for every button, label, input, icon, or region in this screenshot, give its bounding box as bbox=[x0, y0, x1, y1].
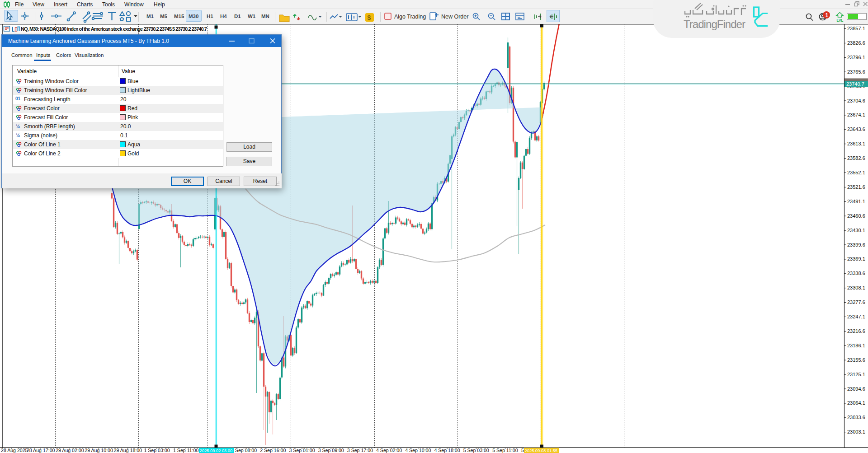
svg-text:23125.1: 23125.1 bbox=[847, 372, 865, 377]
svg-text:2 Sep 16:00: 2 Sep 16:00 bbox=[260, 448, 286, 453]
svg-text:H1: H1 bbox=[207, 14, 213, 19]
svg-text:23765.6: 23765.6 bbox=[847, 69, 865, 75]
svg-text:3 Sep 09:00: 3 Sep 09:00 bbox=[318, 448, 344, 453]
svg-text:23521.6: 23521.6 bbox=[847, 184, 865, 190]
svg-text:New Order: New Order bbox=[441, 14, 468, 20]
svg-text:29 Aug 18:00: 29 Aug 18:00 bbox=[114, 448, 142, 453]
svg-text:23857.1: 23857.1 bbox=[847, 26, 865, 31]
svg-text:23552.1: 23552.1 bbox=[847, 170, 865, 175]
svg-text:23033.6: 23033.6 bbox=[847, 415, 865, 420]
svg-text:23613.1: 23613.1 bbox=[847, 141, 865, 146]
svg-text:5 Sep 03:00: 5 Sep 03:00 bbox=[463, 448, 489, 453]
svg-text:23430.1: 23430.1 bbox=[847, 228, 865, 233]
svg-text:23003.1: 23003.1 bbox=[847, 429, 865, 434]
svg-text:2025.09.08 01:55: 2025.09.08 01:55 bbox=[525, 448, 557, 453]
svg-text:NQ, M30: NASDAQ100 index of t: NQ, M30: NASDAQ100 index of the American… bbox=[21, 26, 207, 32]
svg-text:Algo Trading: Algo Trading bbox=[394, 14, 426, 20]
svg-text:23643.6: 23643.6 bbox=[847, 126, 865, 132]
svg-text:23064.1: 23064.1 bbox=[847, 400, 865, 406]
svg-text:23460.6: 23460.6 bbox=[847, 213, 865, 219]
svg-text:23155.6: 23155.6 bbox=[847, 357, 865, 363]
svg-text:23186.1: 23186.1 bbox=[847, 343, 865, 348]
svg-text:23740.7: 23740.7 bbox=[846, 81, 864, 87]
svg-text:23704.6: 23704.6 bbox=[847, 98, 865, 103]
svg-text:1 Sep 11:00: 1 Sep 11:00 bbox=[173, 448, 198, 453]
svg-text:D1: D1 bbox=[234, 14, 241, 19]
svg-text:23491.1: 23491.1 bbox=[847, 199, 865, 204]
svg-text:M5: M5 bbox=[160, 14, 168, 19]
svg-text:MN: MN bbox=[261, 14, 269, 19]
svg-text:23277.6: 23277.6 bbox=[847, 299, 865, 305]
svg-text:5 Sep 11:00: 5 Sep 11:00 bbox=[492, 448, 518, 453]
svg-text:M30: M30 bbox=[189, 14, 198, 19]
svg-text:23796.1: 23796.1 bbox=[847, 55, 865, 60]
svg-text:1 Sep 03:00: 1 Sep 03:00 bbox=[144, 448, 170, 453]
svg-text:28 Aug 17:00: 28 Aug 17:00 bbox=[27, 448, 55, 453]
svg-text:23582.6: 23582.6 bbox=[847, 155, 865, 161]
svg-text:$: $ bbox=[368, 14, 371, 21]
svg-text:M15: M15 bbox=[174, 14, 184, 19]
svg-text:3 Sep 17:00: 3 Sep 17:00 bbox=[347, 448, 373, 453]
svg-text:23308.1: 23308.1 bbox=[847, 285, 865, 290]
svg-text:TradingFinder: TradingFinder bbox=[684, 18, 745, 30]
svg-text:23247.1: 23247.1 bbox=[847, 314, 865, 319]
svg-text:23399.6: 23399.6 bbox=[847, 242, 865, 248]
svg-text:2025.09.02 03:00: 2025.09.02 03:00 bbox=[200, 448, 232, 453]
svg-text:H4: H4 bbox=[220, 14, 227, 19]
svg-text:23094.6: 23094.6 bbox=[847, 386, 865, 392]
svg-text:3 Sep 01:00: 3 Sep 01:00 bbox=[289, 448, 315, 453]
svg-text:23216.6: 23216.6 bbox=[847, 328, 865, 334]
svg-text:1: 1 bbox=[826, 12, 829, 19]
svg-text:LVL: LVL bbox=[837, 19, 844, 23]
svg-text:4 Sep 18:00: 4 Sep 18:00 bbox=[434, 448, 460, 453]
svg-text:23674.1: 23674.1 bbox=[847, 112, 865, 117]
svg-text:28 Aug 2025: 28 Aug 2025 bbox=[1, 448, 28, 453]
svg-text:2 Sep 08:00: 2 Sep 08:00 bbox=[231, 448, 257, 453]
svg-text:W1: W1 bbox=[248, 14, 256, 19]
svg-text:M1: M1 bbox=[146, 14, 154, 19]
svg-text:29 Aug 10:00: 29 Aug 10:00 bbox=[85, 448, 113, 453]
svg-text:29 Aug 02:00: 29 Aug 02:00 bbox=[56, 448, 84, 453]
svg-text:4 Sep 02:00: 4 Sep 02:00 bbox=[376, 448, 402, 453]
svg-text:23338.6: 23338.6 bbox=[847, 271, 865, 276]
svg-text:23369.1: 23369.1 bbox=[847, 256, 865, 262]
svg-text:4 Sep 10:00: 4 Sep 10:00 bbox=[405, 448, 431, 453]
svg-text:23826.6: 23826.6 bbox=[847, 40, 865, 46]
